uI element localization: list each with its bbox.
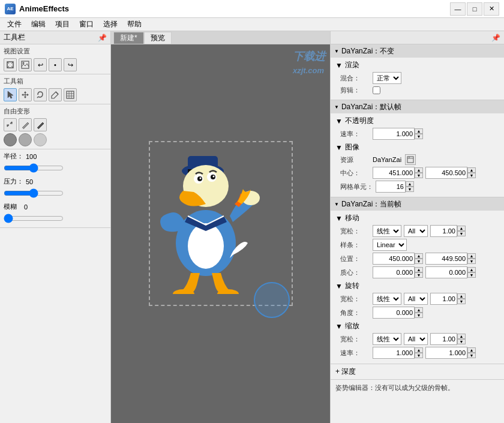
se-up[interactable]: ▲ [457,334,466,339]
scale-y-input[interactable] [425,347,467,359]
sy-up[interactable]: ▲ [467,347,476,353]
cnty-up[interactable]: ▲ [467,267,476,272]
maximize-button[interactable]: □ [467,2,482,16]
view-icon-dot[interactable]: • [49,58,62,71]
px-up[interactable]: ▲ [415,253,423,259]
rot-ease-all-select[interactable]: All [404,293,428,305]
section-not-change: ▼ DaYanZai：不变 ▼ 渲染 混合： 正常 [331,44,504,100]
grid-down[interactable]: ▼ [406,187,414,192]
section-not-change-header[interactable]: ▼ DaYanZai：不变 [331,44,504,58]
cy-down[interactable]: ▼ [467,173,476,178]
toolbar-pin[interactable]: 📌 [98,34,107,42]
rate-spin-up[interactable]: ▲ [415,128,423,134]
tool-pen[interactable] [49,88,62,101]
se-down[interactable]: ▼ [457,339,466,344]
triangle-icon: ▼ [334,49,339,54]
view-icon-undo[interactable]: ↩ [34,58,47,71]
py-down[interactable]: ▼ [467,259,476,264]
ang-up[interactable]: ▲ [415,307,423,313]
centroid-y-input[interactable] [425,266,467,278]
menu-file[interactable]: 文件 [2,18,26,31]
image-triangle: ▼ [335,143,343,152]
color-light[interactable] [34,133,47,146]
scale-x-input[interactable] [373,347,415,359]
move-ease-row: 宽松： 线性 All ▲ ▼ [340,225,499,237]
re-down[interactable]: ▼ [457,299,466,304]
pos-y-input[interactable] [425,253,467,265]
move-ease-select[interactable]: 线性 [373,225,401,237]
py-up[interactable]: ▲ [467,253,476,259]
minimize-button[interactable]: — [450,2,466,16]
pressure-slider[interactable] [4,188,64,198]
scale-ease-select[interactable]: 线性 [373,333,401,345]
re-up[interactable]: ▲ [457,293,466,299]
section-default-frame-header[interactable]: ▼ DaYanZai：默认帧 [331,100,504,113]
scale-ease-all-select[interactable]: All [404,333,428,345]
view-icon-image[interactable] [19,58,32,71]
scale-ease-num-input[interactable] [430,333,457,345]
pos-x-input[interactable] [373,253,415,265]
rate-input[interactable] [373,128,415,140]
render-subsection: ▼ 渲染 混合： 正常 剪辑： [335,60,499,95]
ft-icon-zoom[interactable] [4,118,17,131]
centroid-x-input[interactable] [373,266,415,278]
menu-help[interactable]: 帮助 [122,18,146,31]
cx-down[interactable]: ▼ [415,173,423,178]
cnty-down[interactable]: ▼ [467,272,476,278]
centroid-row: 质心： ▲ ▼ ▲ ▼ [340,266,499,278]
canvas-viewport[interactable]: 下载进xzjt.com [111,44,330,423]
blur-slider[interactable] [4,214,64,223]
rot-ease-select[interactable]: 线性 [373,293,401,305]
view-icon-3d[interactable] [4,58,17,71]
sx-down[interactable]: ▼ [415,353,423,358]
move-ease-num-input[interactable] [430,225,457,237]
close-button[interactable]: ✕ [484,2,499,16]
radius-slider[interactable] [4,163,64,173]
color-mid[interactable] [19,133,32,146]
tool-lasso[interactable] [34,88,47,101]
grid-input[interactable] [376,181,406,193]
canvas-tabs: 新建* 预览 [111,31,330,44]
right-panel-pin[interactable]: 📌 [491,34,500,42]
grid-up[interactable]: ▲ [406,181,414,187]
cntx-down[interactable]: ▼ [415,272,423,278]
tool-move[interactable] [19,88,32,101]
source-browse-btn[interactable] [405,154,416,165]
cntx-up[interactable]: ▲ [415,267,423,272]
rate-spin-down[interactable]: ▼ [415,134,423,139]
menu-project[interactable]: 项目 [50,18,74,31]
menu-edit[interactable]: 编辑 [26,18,50,31]
tab-new[interactable]: 新建* [113,32,144,44]
color-dark[interactable] [4,133,17,146]
section-current-frame-content: ▼ 移动 宽松： 线性 All [331,211,504,364]
spline-select[interactable]: Linear [373,239,407,251]
angle-input[interactable] [373,307,415,319]
view-icon-redo[interactable]: ↪ [64,58,77,71]
me-up[interactable]: ▲ [457,226,466,231]
ang-down[interactable]: ▼ [415,313,423,318]
menu-window[interactable]: 窗口 [74,18,98,31]
move-ease-all-select[interactable]: All [404,225,428,237]
cy-up[interactable]: ▲ [467,167,476,173]
clip-checkbox[interactable] [373,86,380,94]
sx-up[interactable]: ▲ [415,347,423,353]
sy-down[interactable]: ▼ [467,353,476,358]
center-y-input[interactable] [425,167,467,179]
tab-preview[interactable]: 预览 [144,32,172,44]
pos-label: 位置： [340,254,370,263]
cntx-spin: ▲ ▼ [415,267,423,278]
ft-icon-pen1[interactable] [19,118,32,131]
center-x-input[interactable] [373,167,415,179]
tool-select[interactable] [4,88,17,101]
px-down[interactable]: ▼ [415,259,423,264]
blend-select[interactable]: 正常 [373,72,401,84]
toolbox-section: 工具箱 [0,74,110,104]
section-current-frame-header[interactable]: ▼ DaYanZai：当前帧 [331,197,504,211]
me-down[interactable]: ▼ [457,231,466,236]
cx-up[interactable]: ▲ [415,167,423,173]
tool-grid[interactable] [64,88,77,101]
ft-icon-pen2[interactable] [34,118,47,131]
menu-select[interactable]: 选择 [98,18,122,31]
grid-row: 网格单元： ▲ ▼ [340,181,499,193]
rot-ease-num-input[interactable] [430,293,457,305]
